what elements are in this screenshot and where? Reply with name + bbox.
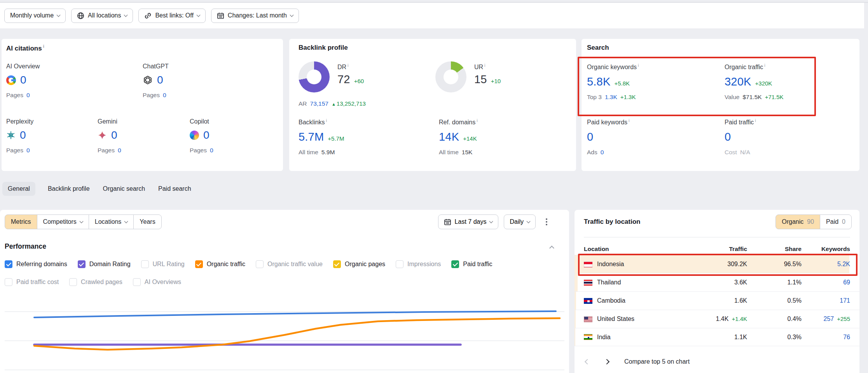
next-page-chevron-icon[interactable] xyxy=(604,359,610,364)
info-icon[interactable] xyxy=(754,118,756,126)
checkbox-organic-pages[interactable]: Organic pages xyxy=(333,260,385,268)
info-icon[interactable] xyxy=(325,118,327,126)
paid-traffic-label-text: Paid traffic xyxy=(725,119,754,125)
info-icon[interactable] xyxy=(637,63,639,71)
granularity-dropdown[interactable]: Daily xyxy=(504,214,536,229)
perplexity-count[interactable]: 0 xyxy=(20,129,26,141)
top3-value-link[interactable]: 1.3K xyxy=(605,94,617,101)
keywords-link[interactable]: 257 xyxy=(824,315,834,322)
table-row-thailand[interactable]: Thailand 3.6K 1.1% 69 xyxy=(575,273,859,291)
collapse-chevron-icon[interactable] xyxy=(549,246,554,251)
ref-domains-value[interactable]: 14K xyxy=(439,131,459,143)
ai-overview-count[interactable]: 0 xyxy=(20,74,26,86)
checkbox-ai-overviews[interactable]: AI Overviews xyxy=(133,278,181,286)
checkbox-label: Organic traffic value xyxy=(267,261,323,268)
competitors-segment[interactable]: Competitors xyxy=(37,214,89,229)
checkbox-referring-domains[interactable]: Referring domains xyxy=(5,260,67,268)
organic-traffic-value[interactable]: 320K xyxy=(725,75,751,88)
checkbox-label: AI Overviews xyxy=(145,279,181,286)
info-icon[interactable] xyxy=(346,63,348,71)
info-icon[interactable] xyxy=(475,118,477,126)
table-row-indonesia[interactable]: Indonesia 309.2K 96.5% 5.2K xyxy=(575,255,859,273)
pages-count-link[interactable]: 0 xyxy=(163,92,166,99)
info-icon[interactable] xyxy=(627,118,629,126)
ar-value-link[interactable]: 73,157 xyxy=(310,100,328,107)
info-icon[interactable] xyxy=(42,44,44,52)
years-segment[interactable]: Years xyxy=(133,214,161,229)
pages-count-link[interactable]: 0 xyxy=(210,147,213,154)
paid-traffic-value[interactable]: 0 xyxy=(725,131,731,143)
checkbox-box xyxy=(451,260,459,268)
checkbox-url-rating[interactable]: URL Rating xyxy=(141,260,185,268)
chevron-down-icon xyxy=(290,13,293,17)
column-traffic[interactable]: Traffic xyxy=(683,246,747,253)
table-row-india[interactable]: India 1.1K 0.3% 76 xyxy=(575,328,859,346)
date-range-dropdown[interactable]: Last 7 days xyxy=(438,214,499,229)
copilot-count[interactable]: 0 xyxy=(203,129,210,141)
info-icon[interactable] xyxy=(483,63,485,71)
kebab-menu-icon[interactable] xyxy=(546,221,547,223)
monthly-volume-dropdown[interactable]: Monthly volume xyxy=(4,9,66,23)
metrics-segment[interactable]: Metrics xyxy=(5,214,37,229)
traffic-value: 3.6K xyxy=(734,279,747,286)
chatgpt-count[interactable]: 0 xyxy=(157,74,163,86)
share-bar xyxy=(575,274,578,291)
keywords-link[interactable]: 171 xyxy=(840,297,850,304)
table-row-cambodia[interactable]: Cambodia 1.6K 0.5% 171 xyxy=(575,291,859,310)
ads-value-link[interactable]: 0 xyxy=(601,149,604,156)
filter-toolbar: Monthly volume All locations Best links:… xyxy=(0,3,864,28)
checkbox-impressions[interactable]: Impressions xyxy=(396,260,441,268)
organic-keywords-value[interactable]: 5.8K xyxy=(587,75,610,88)
pages-count-link[interactable]: 0 xyxy=(26,147,30,154)
share-bar xyxy=(575,292,576,310)
checkbox-crawled-pages[interactable]: Crawled pages xyxy=(69,278,122,286)
keywords-link[interactable]: 5.2K xyxy=(837,261,850,267)
checkbox-paid-traffic[interactable]: Paid traffic xyxy=(451,260,492,268)
keywords-link[interactable]: 76 xyxy=(843,334,850,340)
traffic-value: 1.1K xyxy=(734,334,747,340)
locations-segment[interactable]: Locations xyxy=(89,214,134,229)
header-divider xyxy=(584,237,850,237)
best-links-dropdown[interactable]: Best links: Off xyxy=(138,9,205,23)
compare-top5-label[interactable]: Compare top 5 on chart xyxy=(624,358,690,365)
paid-keywords-value[interactable]: 0 xyxy=(587,131,593,143)
traffic-diff: +1.4K xyxy=(732,315,747,322)
top3-diff: +1.3K xyxy=(620,94,636,100)
backlinks-value[interactable]: 5.7M xyxy=(299,131,324,143)
checkbox-organic-traffic[interactable]: Organic traffic xyxy=(195,260,245,268)
checkbox-organic-traffic-value[interactable]: Organic traffic value xyxy=(256,260,323,268)
all-locations-label: All locations xyxy=(88,12,121,19)
tab-backlink-profile[interactable]: Backlink profile xyxy=(47,182,91,196)
table-row-united-states[interactable]: United States 1.4K+1.4K 0.4% 257+255 xyxy=(575,310,859,328)
column-share[interactable]: Share xyxy=(747,246,802,253)
tab-organic-search[interactable]: Organic search xyxy=(102,182,146,196)
column-keywords[interactable]: Keywords xyxy=(802,246,850,253)
all-locations-dropdown[interactable]: All locations xyxy=(71,9,133,23)
info-icon[interactable] xyxy=(763,63,765,71)
paid-toggle-button[interactable]: Paid 0 xyxy=(820,214,852,229)
organic-toggle-button[interactable]: Organic 90 xyxy=(775,214,820,229)
location-name: Cambodia xyxy=(597,297,625,304)
competitors-segment-label: Competitors xyxy=(43,218,77,225)
pages-count-link[interactable]: 0 xyxy=(118,147,121,154)
checkbox-domain-rating[interactable]: Domain Rating xyxy=(78,260,131,268)
checkbox-paid-traffic-cost[interactable]: Paid traffic cost xyxy=(5,278,59,286)
checkbox-box xyxy=(78,260,86,268)
tab-paid-search[interactable]: Paid search xyxy=(157,182,192,196)
previous-page-chevron-icon[interactable] xyxy=(585,359,590,364)
search-card: Search Organic keywords 5.8K +5.8K Top 3… xyxy=(582,39,859,171)
alltime-value: 5.9M xyxy=(321,149,335,156)
changes-dropdown[interactable]: Changes: Last month xyxy=(211,9,299,23)
domain-rating-donut xyxy=(299,61,330,92)
keywords-link[interactable]: 69 xyxy=(843,279,850,286)
url-rating-block: UR 15 +10 xyxy=(435,61,501,92)
checkbox-label: Organic traffic xyxy=(207,261,245,268)
tab-general[interactable]: General xyxy=(2,182,35,196)
checkbox-label: Domain Rating xyxy=(89,261,131,268)
search-title: Search xyxy=(587,44,609,52)
gemini-count[interactable]: 0 xyxy=(111,129,117,141)
column-location[interactable]: Location xyxy=(584,246,683,253)
pages-count-link[interactable]: 0 xyxy=(26,92,30,99)
globe-icon xyxy=(77,12,84,19)
copilot-label: Copilot xyxy=(190,118,213,125)
